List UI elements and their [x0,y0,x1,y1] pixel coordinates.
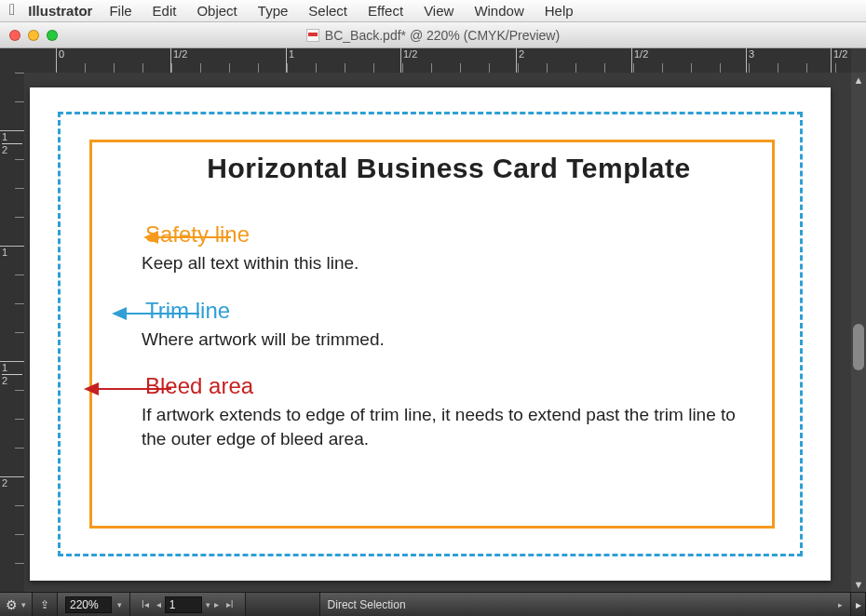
ruler-origin[interactable] [0,48,24,73]
window-title-text: BC_Back.pdf* @ 220% (CMYK/Preview) [325,28,560,43]
menu-edit[interactable]: Edit [153,3,177,19]
svg-marker-3 [112,307,127,320]
chevron-down-icon[interactable]: ▾ [117,600,122,609]
menu-type[interactable]: Type [258,3,289,19]
minimize-button[interactable] [28,30,39,41]
menu-view[interactable]: View [424,3,453,19]
chevron-down-icon: ▾ [21,600,26,609]
bleed-arrow-icon [82,381,171,397]
svg-marker-5 [84,382,99,395]
workspace: 01/211/221/231/2 121122 ▲ ▼ Horizontal B… [0,48,866,592]
zoom-button[interactable] [47,30,58,41]
pdf-file-icon [306,29,319,42]
trim-label-row: Trim line [142,298,756,324]
scroll-up-arrow-icon[interactable]: ▲ [851,73,866,87]
status-spacer [246,593,320,616]
status-export-button[interactable]: ⇪ [33,593,58,616]
scroll-thumb[interactable] [853,324,864,370]
current-tool-display[interactable]: Direct Selection ▸ [320,593,851,616]
zoom-input[interactable] [65,596,112,613]
safety-description: Keep all text within this line. [142,251,756,275]
traffic-lights [0,30,58,41]
close-button[interactable] [9,30,20,41]
current-tool-label: Direct Selection [328,598,406,611]
artboard[interactable]: Horizontal Business Card Template Safety… [30,87,831,581]
bleed-label-row: Bleed area [142,373,756,399]
window-titlebar: BC_Back.pdf* @ 220% (CMYK/Preview) [0,22,866,48]
menu-help[interactable]: Help [545,3,574,19]
canvas[interactable]: Horizontal Business Card Template Safety… [24,73,851,592]
status-options-button[interactable]: ⚙▾ [0,593,33,616]
apple-menu-icon[interactable]:  [9,1,15,20]
mac-menubar:  Illustrator File Edit Object Type Sele… [0,0,866,22]
safety-arrow-icon [142,229,231,246]
gear-icon: ⚙ [6,597,18,612]
next-artboard-button[interactable]: ▸ [210,599,223,609]
export-icon: ⇪ [40,598,49,611]
bleed-description: If artwork extends to edge of trim line,… [142,403,756,450]
vertical-scrollbar[interactable]: ▲ ▼ [851,73,866,592]
safety-label-row: Safety line [142,221,756,248]
horizontal-ruler[interactable]: 01/211/221/231/2 [24,48,851,73]
document-window: BC_Back.pdf* @ 220% (CMYK/Preview) 01/21… [0,22,866,616]
menu-file[interactable]: File [109,3,131,19]
zoom-control[interactable]: ▾ [58,593,130,616]
artboard-number-input[interactable] [165,596,202,613]
menu-object[interactable]: Object [196,3,237,19]
svg-marker-1 [143,231,158,244]
trim-description: Where artwork will be trimmed. [142,328,756,352]
card-content: Horizontal Business Card Template Safety… [142,153,756,451]
artboard-navigation: I◂ ◂ ▾ ▸ ▸I [130,593,246,616]
scroll-down-arrow-icon[interactable]: ▼ [851,577,866,592]
trim-arrow-icon [110,305,199,322]
status-bar: ⚙▾ ⇪ ▾ I◂ ◂ ▾ ▸ ▸I Direct Selection ▸ ▸ [0,592,866,616]
prev-artboard-button[interactable]: ◂ [153,599,165,609]
window-title: BC_Back.pdf* @ 220% (CMYK/Preview) [0,28,866,43]
menu-window[interactable]: Window [474,3,523,19]
menu-effect[interactable]: Effect [368,3,403,19]
vertical-ruler[interactable]: 121122 [0,73,24,592]
first-artboard-button[interactable]: I◂ [138,599,153,609]
menu-select[interactable]: Select [308,3,347,19]
last-artboard-button[interactable]: ▸I [223,599,237,609]
chevron-right-icon: ▸ [838,600,843,609]
app-menu[interactable]: Illustrator [28,3,92,19]
scroll-right-button[interactable]: ▸ [851,593,866,616]
template-title: Horizontal Business Card Template [142,153,756,184]
